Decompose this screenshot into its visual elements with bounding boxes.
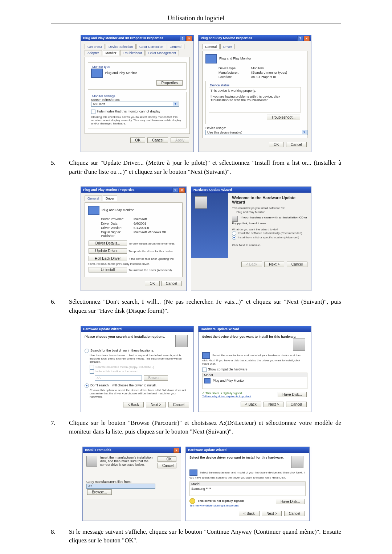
ok-button[interactable]: OK [158,456,176,462]
tell-me-link[interactable]: Tell me why driver signing is important [202,395,251,398]
tab-driver[interactable]: Driver [220,44,235,49]
back-button[interactable]: < Back [239,511,260,516]
model-column-header: Model [203,373,307,377]
cancel-button[interactable]: Cancel [158,463,176,468]
copy-from-input[interactable]: A:\ [86,484,155,489]
step-text: Cliquez sur le bouton "Browse (Parcourir… [69,419,341,436]
back-button[interactable]: < Back [241,402,261,407]
cancel-button[interactable]: Cancel [286,142,307,147]
digital-signer-label: Digital Signer: [101,230,134,234]
dialog-title: Plug and Play Monitor Properties [201,36,252,40]
next-button[interactable]: Next > [146,402,166,407]
figure-2: Plug and Play Monitor Properties?× Gener… [80,186,312,291]
cancel-button[interactable]: Cancel [161,281,182,286]
tab-general[interactable]: General [85,196,102,201]
tab-troubleshoot[interactable]: Troubleshoot [120,50,145,56]
device-usage-select[interactable]: Use this device (enable) [205,130,308,135]
rollback-driver-button[interactable]: Roll Back Driver [89,256,127,261]
properties-button[interactable]: Properties [156,80,183,86]
close-icon[interactable]: × [304,36,310,41]
next-button[interactable]: Next > [264,262,284,267]
help-icon[interactable]: ? [297,36,303,41]
wizard-heading: Welcome to the Hardware Update Wizard [232,196,307,204]
help-icon[interactable]: ? [180,36,185,41]
tab-monitor[interactable]: Monitor [103,50,119,56]
radio-search-label: Search for the best driver in these loca… [90,349,154,352]
cancel-button[interactable]: Cancel [147,138,168,143]
disk-icon [86,456,97,467]
cancel-button[interactable]: Cancel [286,402,307,407]
ok-button[interactable]: OK [130,138,145,143]
monitor-properties-dialog: Plug and Play Monitor Properties ?× Gene… [198,35,311,152]
hide-modes-note: Clearing this check box allows you to se… [91,115,183,125]
radio-search-sub: Use the check boxes below to limit or ex… [90,354,190,364]
ok-button[interactable]: OK [269,142,283,147]
radio-list[interactable] [232,235,236,240]
dialog-title: Install From Disk [85,448,111,452]
driver-details-button[interactable]: Driver Details... [89,241,127,246]
driver-date-label: Driver Date: [101,222,134,225]
help-icon[interactable]: ? [172,188,178,193]
dialog-title: Hardware Update Wizard [201,327,239,331]
monitor-icon [204,378,211,383]
tab-driver[interactable]: Driver [103,196,117,201]
model-value: Plug and Play Monitor [213,378,245,382]
cancel-button[interactable]: Cancel [284,511,305,516]
tab-device-selection[interactable]: Device Selection [106,44,136,49]
radio-search[interactable] [85,349,89,353]
close-icon[interactable]: × [179,188,185,193]
update-driver-button[interactable]: Update Driver... [89,248,127,254]
close-icon[interactable]: × [186,36,192,41]
driver-provider-label: Driver Provider: [101,217,134,221]
wizard-question: What do you want the wizard to do? [232,228,307,231]
chk-include-location-label: Include this location in the search: [95,370,139,373]
monitor-icon [205,54,217,63]
hide-modes-checkbox[interactable] [91,110,95,114]
have-disk-button[interactable]: Have Disk... [278,392,307,397]
driver-version-label: Driver Version: [101,226,134,230]
next-button[interactable]: Next > [264,402,283,407]
step-number: 6. [51,297,69,315]
wizard-sidebar [191,193,228,258]
dialog-title: Hardware Update Wizard [83,327,122,331]
refresh-rate-select[interactable]: 60 Hertz [91,102,179,107]
back-button[interactable]: < Back [123,402,144,407]
tab-color-management[interactable]: Color Management [146,50,179,56]
monitor-icon [202,352,210,359]
ok-button[interactable]: OK [145,281,159,286]
step-text: Cliquez sur "Update Driver... (Mettre à … [69,159,341,176]
tab-general[interactable]: General [202,44,220,49]
wizard-continue: Click Next to continue. [232,243,307,247]
tab-geforce3[interactable]: GeForce3 [85,44,105,49]
radio-auto-label: Install the software automatically (Reco… [238,231,302,235]
chk-show-compat[interactable] [202,368,207,372]
dialog-title: Hardware Update Wizard [188,448,226,452]
radio-auto[interactable] [232,231,236,235]
monitor-icon [91,69,103,78]
chk-include-location [90,369,94,374]
step-5: 5. Cliquez sur "Update Driver... (Mettre… [51,159,341,176]
tell-me-link[interactable]: Tell me why driver signing is important [189,504,238,507]
have-disk-button[interactable]: Have Disk... [276,499,305,504]
uninstall-button[interactable]: Uninstall [89,267,127,272]
driver-version-value: 5.1.2001.0 [134,226,149,230]
cd-icon [232,216,238,222]
not-signed-status: This driver is not digitally signed! [198,499,244,502]
wizard-icon [175,335,188,347]
wizard-search-options: Hardware Update Wizard Please choose you… [81,326,194,412]
radio-dont-search[interactable] [85,383,89,388]
header-rule [51,24,341,24]
tab-color-correction[interactable]: Color Correction [136,44,166,49]
page-header: Utilisation du logiciel [51,15,341,22]
troubleshoot-button[interactable]: Troubleshoot... [267,115,300,120]
next-button[interactable]: Next > [262,511,282,516]
wizard-select-driver: Hardware Update Wizard Select the device… [198,326,311,412]
tab-adapter[interactable]: Adapter [85,50,102,56]
device-usage-label: Device usage: [205,126,304,130]
close-icon[interactable]: × [173,448,179,453]
cancel-button[interactable]: Cancel [287,262,307,267]
tab-general[interactable]: General [167,44,184,49]
browse-button[interactable]: Browse... [87,489,112,495]
display-properties-dialog: Plug and Play Monitor and 3D Prophet III… [81,35,194,152]
cancel-button[interactable]: Cancel [168,402,189,407]
